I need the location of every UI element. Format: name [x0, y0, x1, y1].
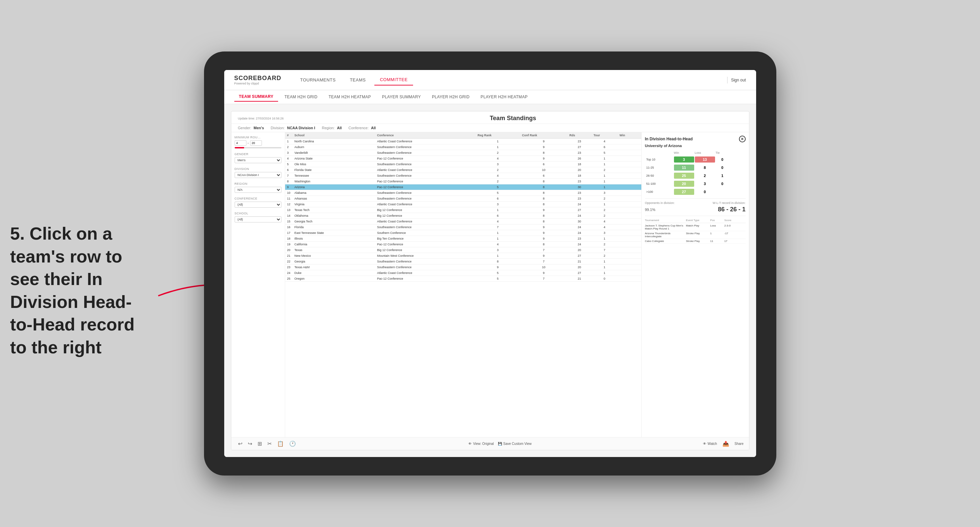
watch-button[interactable]: 👁 Watch [703, 442, 717, 446]
table-row[interactable]: 3 Vanderbilt Southeastern Conference 2 8… [285, 150, 641, 156]
undo-button[interactable]: ↩ [237, 440, 244, 448]
table-row[interactable]: 18 Illinois Big Ten Conference 1 9 23 1 [285, 236, 641, 241]
cell-tour: 3 [592, 230, 617, 236]
cell-num: 22 [285, 259, 293, 265]
h2h-rank-1125: 11-25 [646, 166, 673, 169]
subnav-team-h2h-heatmap[interactable]: TEAM H2H HEATMAP [324, 92, 376, 101]
table-row[interactable]: 9 Arizona Pac-12 Conference 5 8 30 1 [285, 184, 641, 190]
cell-tour: 1 [592, 202, 617, 207]
cell-rds: 27 [567, 270, 592, 276]
min-rounds-input[interactable] [235, 140, 247, 146]
cut-button[interactable]: ✂ [266, 440, 273, 448]
cell-num: 8 [285, 179, 293, 184]
cell-conf-rank: 9 [520, 270, 568, 276]
cell-tour: 1 [592, 156, 617, 162]
table-row[interactable]: 21 New Mexico Mountain West Conference 1… [285, 253, 641, 259]
conference-select[interactable]: (All) [235, 202, 282, 208]
cell-rds: 18 [567, 173, 592, 179]
h2h-close-button[interactable]: ✕ [739, 136, 746, 142]
cell-school: Auburn [293, 144, 375, 150]
cell-win [617, 184, 641, 190]
gender-select[interactable]: Men's [235, 157, 282, 163]
copy-button[interactable]: ⊞ [256, 440, 263, 448]
cell-win [617, 276, 641, 282]
instruction-body: Click on a team's row to see their In Di… [10, 224, 135, 357]
cell-reg-rank: 8 [476, 259, 520, 265]
table-row[interactable]: 14 Oklahoma Big 12 Conference 6 8 24 2 [285, 213, 641, 219]
table-row[interactable]: 22 Georgia Southeastern Conference 8 7 2… [285, 259, 641, 265]
table-row[interactable]: 24 Duke Atlantic Coast Conference 5 9 27… [285, 270, 641, 276]
cell-school: Tennessee [293, 173, 375, 179]
table-row[interactable]: 7 Tennessee Southeastern Conference 4 6 … [285, 173, 641, 179]
table-row[interactable]: 23 Texas A&M Southeastern Conference 9 1… [285, 265, 641, 270]
h2h-win-51100: 20 [674, 181, 694, 187]
cell-num: 5 [285, 162, 293, 167]
share-icon-btn[interactable]: 📤 [721, 440, 730, 448]
subnav-player-summary[interactable]: PLAYER SUMMARY [377, 92, 426, 101]
table-row[interactable]: 15 Georgia Tech Atlantic Coast Conferenc… [285, 219, 641, 224]
table-row[interactable]: 13 Texas Tech Big 12 Conference 1 9 27 2 [285, 207, 641, 213]
cell-rds: 30 [567, 184, 592, 190]
table-row[interactable]: 4 Arizona State Pac-12 Conference 4 9 26… [285, 156, 641, 162]
table-row[interactable]: 17 East Tennessee State Southern Confere… [285, 230, 641, 236]
h2h-win-top10: 3 [674, 157, 694, 162]
time-button[interactable]: 🕐 [288, 440, 297, 448]
division-select[interactable]: NCAA Division I [235, 172, 282, 178]
cell-school: Arizona [293, 184, 375, 190]
table-row[interactable]: 19 California Pac-12 Conference 4 8 24 2 [285, 241, 641, 248]
table-row[interactable]: 16 Florida Southeastern Conference 7 9 2… [285, 224, 641, 230]
cell-conf-rank: 9 [520, 207, 568, 213]
sign-out-link[interactable]: Sign out [731, 78, 746, 83]
h2h-col-win: Win [674, 151, 694, 154]
th-tournament: Tournament [645, 219, 686, 222]
paste-button[interactable]: 📋 [276, 440, 285, 448]
max-rounds-input[interactable] [250, 140, 262, 146]
view-original-button[interactable]: 👁 View: Original [468, 442, 494, 446]
tournament-row-1[interactable]: Jackson T. Stephens Cup Men's Match-Play… [645, 224, 746, 231]
redo-button[interactable]: ↪ [247, 440, 253, 448]
t2-score: -17 [724, 232, 738, 238]
table-row[interactable]: 6 Florida State Atlantic Coast Conferenc… [285, 167, 641, 173]
subnav-team-summary[interactable]: TEAM SUMMARY [234, 92, 278, 102]
h2h-tie-51100: 0 [716, 181, 729, 187]
table-row[interactable]: 25 Oregon Pac-12 Conference 5 7 21 0 [285, 276, 641, 282]
h2h-row-top10: Top 10 3 13 0 [645, 156, 746, 163]
cell-conf-rank: 8 [520, 196, 568, 202]
save-custom-button[interactable]: 💾 Save Custom View [498, 442, 531, 446]
cell-school: Ole Miss [293, 162, 375, 167]
subnav-team-h2h-grid[interactable]: TEAM H2H GRID [280, 92, 322, 101]
region-select[interactable]: N/A [235, 187, 282, 193]
table-row[interactable]: 10 Alabama Southeastern Conference 5 8 2… [285, 190, 641, 196]
cell-rds: 27 [567, 253, 592, 259]
table-row[interactable]: 20 Texas Big 12 Conference 3 7 20 7 [285, 248, 641, 253]
nav-tournaments[interactable]: TOURNAMENTS [295, 75, 341, 85]
col-conference: Conference [375, 132, 476, 139]
cell-rds: 23 [567, 150, 592, 156]
nav-committee[interactable]: COMMITTEE [374, 75, 413, 86]
cell-num: 11 [285, 196, 293, 202]
outer-container: 5. Click on a team's row to see their In… [0, 0, 980, 527]
table-row[interactable]: 1 North Carolina Atlantic Coast Conferen… [285, 139, 641, 144]
h2h-grid: Win Loss Tie Top 10 3 13 0 [645, 151, 746, 195]
table-header-row: # School Conference Reg Rank Conf Rank R… [285, 132, 641, 139]
cell-conference: Southeastern Conference [375, 196, 476, 202]
table-row[interactable]: 12 Virginia Atlantic Coast Conference 3 … [285, 202, 641, 207]
table-row[interactable]: 11 Arkansas Southeastern Conference 6 8 … [285, 196, 641, 202]
subnav-player-h2h-heatmap[interactable]: PLAYER H2H HEATMAP [476, 92, 533, 101]
nav-teams[interactable]: TEAMS [344, 75, 371, 85]
table-row[interactable]: 5 Ole Miss Southeastern Conference 3 6 1… [285, 162, 641, 167]
school-select[interactable]: (All) [235, 216, 282, 222]
cell-tour: 1 [592, 162, 617, 167]
table-row[interactable]: 8 Washington Pac-12 Conference 2 8 23 1 [285, 179, 641, 184]
subnav-player-h2h-grid[interactable]: PLAYER H2H GRID [427, 92, 474, 101]
h2h-row-51100: 51-100 20 3 0 [645, 180, 746, 187]
h2h-col-tie: Tie [716, 151, 729, 154]
tournament-row-2[interactable]: Arizona Thunderbirds Intercollegiate Str… [645, 232, 746, 239]
share-button[interactable]: Share [735, 442, 744, 446]
table-row[interactable]: 2 Auburn Southeastern Conference 1 9 27 … [285, 144, 641, 150]
tournament-row-3[interactable]: Cabo Collegiate Stroke Play 11 17 [645, 240, 746, 244]
rounds-slider[interactable] [235, 147, 282, 148]
conference-label: Conference: [348, 126, 369, 130]
h2h-rank-2650: 26-50 [646, 174, 673, 177]
cell-rds: 23 [567, 139, 592, 144]
